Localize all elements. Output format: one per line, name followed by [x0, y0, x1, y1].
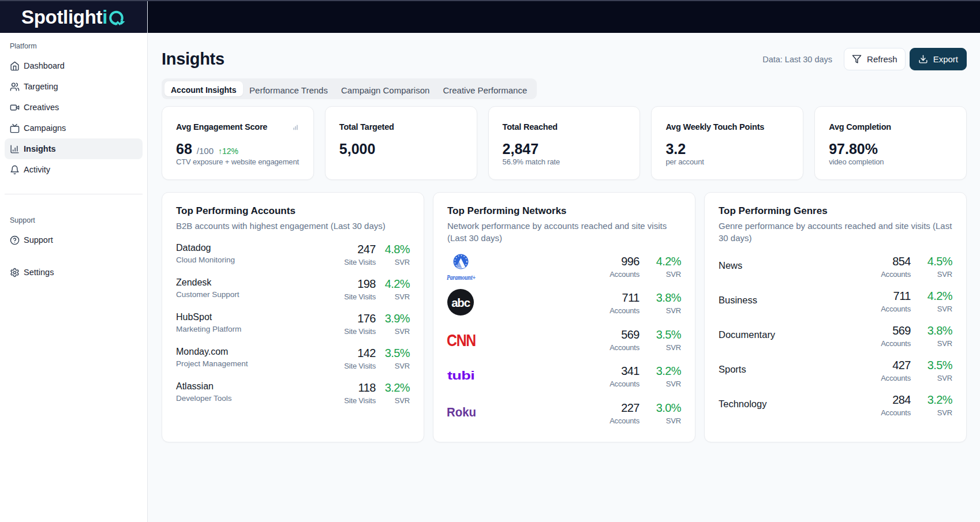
svg-text:tubi: tubi	[447, 369, 474, 382]
svg-text:CNN: CNN	[447, 331, 476, 350]
svg-text:Paramount+: Paramount+	[447, 272, 476, 281]
svg-text:Roku: Roku	[447, 405, 476, 419]
svg-text:abc: abc	[451, 295, 470, 309]
